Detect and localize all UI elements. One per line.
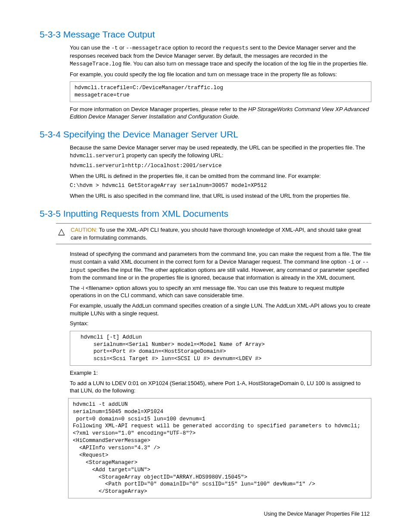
paragraph: For example, usually the AddLun command … [70, 302, 371, 317]
section-heading-5-3-3: 5-3-3 Message Trace Output [40, 28, 371, 40]
text: specifies the input file. The other appl… [70, 267, 369, 281]
text: or [354, 258, 362, 265]
text: For more information on Device Manager p… [70, 106, 248, 112]
caution-box: △ CAUTION: To use the XML-API CLI featur… [56, 223, 371, 244]
code-inline: MessageTrace.log [70, 61, 121, 67]
code-block: hdvmcli [-t] AddLun serialnum=<Serial Nu… [70, 331, 371, 366]
paragraph: The -i <filename> option allows you to s… [70, 284, 371, 299]
paragraph: Instead of specifying the command and pa… [70, 250, 371, 282]
caution-text: CAUTION: To use the XML-API CLI feature,… [71, 226, 371, 241]
section-heading-5-3-4: 5-3-4 Specifying the Device Manager Serv… [40, 128, 371, 140]
paragraph: When the URL is also specified in the co… [70, 192, 371, 200]
text: Instead of specifying the command and pa… [70, 251, 371, 265]
paragraph: You can use the -t or --messagetrace opt… [70, 44, 371, 68]
code-inline: --messagetrace [126, 45, 171, 51]
caution-icon: △ [56, 226, 66, 236]
text: property can specify the following URL: [125, 152, 224, 159]
paragraph: Syntax: [70, 320, 371, 327]
paragraph: Example 1: [70, 369, 371, 377]
text: To use the XML-API CLI feature, you shou… [71, 227, 361, 241]
text: or [118, 44, 126, 51]
code-block: hdvmcli.tracefile=C:/DeviceManager/traff… [70, 81, 371, 102]
code-inline: -i [348, 259, 354, 265]
paragraph: Because the same Device Manager server m… [70, 144, 371, 159]
caution-label: CAUTION: [71, 227, 97, 233]
code-block: hdvmcli -t addLUN serialnum=15045 model=… [68, 398, 371, 498]
code-inline: hdvmcli.serverurl [70, 153, 125, 159]
code-inline: -t [111, 45, 118, 51]
text: file. You can also turn on message trace… [121, 60, 368, 67]
text: You can use the [70, 44, 111, 51]
text: Because the same Device Manager server m… [70, 144, 365, 151]
text: option to record the [171, 44, 222, 51]
page-footer: Using the Device Manager Properties File… [40, 510, 371, 517]
section-body-5-3-5: Instead of specifying the command and pa… [70, 250, 371, 498]
section-body-5-3-4: Because the same Device Manager server m… [70, 144, 371, 199]
section-heading-5-3-5: 5-3-5 Inputting Requests from XML Docume… [40, 208, 371, 220]
code-line: C:\hdvm > hdvmcli GetStorageArray serial… [70, 182, 371, 190]
code-line: hdvmcli.serverurl=http://localhost:2001/… [70, 162, 371, 170]
paragraph: To add a LUN to LDEV 0:01 on XP1024 (Ser… [70, 380, 371, 395]
section-body-5-3-3: You can use the -t or --messagetrace opt… [70, 44, 371, 121]
code-inline: requests [222, 45, 248, 51]
paragraph: When the URL is defined in the propertie… [70, 172, 371, 180]
paragraph: For more information on Device Manager p… [70, 106, 371, 121]
paragraph: For example, you could specify the log f… [70, 71, 371, 78]
